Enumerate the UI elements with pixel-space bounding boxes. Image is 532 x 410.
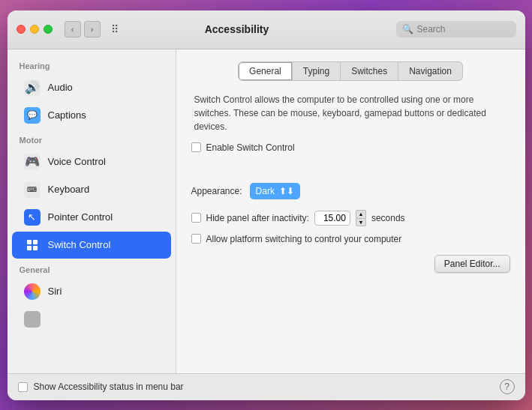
audio-icon: 🔊 <box>24 79 41 96</box>
back-button[interactable]: ‹ <box>65 21 81 37</box>
platform-row: Allow platform switching to control your… <box>191 234 510 244</box>
sidebar-item-keyboard[interactable]: ⌨ Keyboard <box>12 176 171 203</box>
titlebar: ‹ › ⠿ Accessibility 🔍 <box>8 10 525 49</box>
platform-label: Allow platform switching to control your… <box>206 234 402 244</box>
main-panel: General Typing Switches Navigation Switc… <box>176 49 525 373</box>
tab-switches[interactable]: Switches <box>341 61 398 81</box>
stepper-up[interactable]: ▲ <box>356 210 366 218</box>
appearance-label: Appearance: <box>191 186 242 196</box>
sidebar-item-unknown[interactable] <box>12 306 171 333</box>
svg-rect-3 <box>33 246 38 250</box>
show-accessibility-label: Show Accessibility status in menu bar <box>34 382 494 392</box>
sidebar-item-label-keyboard: Keyboard <box>48 184 90 195</box>
svg-rect-2 <box>27 246 32 250</box>
sidebar-item-label-voice: Voice Control <box>48 156 106 167</box>
tab-navigation[interactable]: Navigation <box>398 61 463 81</box>
sidebar-item-label-switch: Switch Control <box>48 239 111 250</box>
sidebar-section-hearing: Hearing <box>8 55 176 73</box>
tab-typing[interactable]: Typing <box>293 61 341 81</box>
sidebar-item-switch-control[interactable]: Switch Control <box>12 232 171 259</box>
captions-icon: 💬 <box>24 107 41 124</box>
search-input[interactable] <box>417 24 507 34</box>
platform-checkbox[interactable] <box>191 234 201 244</box>
svg-rect-0 <box>27 240 32 244</box>
appearance-arrows-icon: ⬆⬇ <box>279 186 294 196</box>
seconds-label: seconds <box>371 213 405 223</box>
appearance-dropdown[interactable]: Dark ⬆⬇ <box>250 183 300 199</box>
sidebar-item-label-siri: Siri <box>48 286 62 297</box>
sidebar-section-general: General <box>8 259 176 277</box>
show-accessibility-checkbox[interactable] <box>18 382 28 392</box>
svg-rect-1 <box>33 240 38 244</box>
sidebar-item-label-captions: Captions <box>48 109 86 121</box>
sidebar-item-pointer-control[interactable]: ↖ Pointer Control <box>12 204 171 231</box>
search-icon: 🔍 <box>402 24 413 34</box>
sidebar-item-captions[interactable]: 💬 Captions <box>12 102 171 129</box>
appearance-value: Dark <box>256 186 275 196</box>
help-button[interactable]: ? <box>500 379 515 394</box>
siri-icon <box>24 283 41 300</box>
traffic-lights <box>17 25 53 34</box>
sidebar-item-audio[interactable]: 🔊 Audio <box>12 74 171 101</box>
fullscreen-button[interactable] <box>44 25 53 34</box>
appearance-row: Appearance: Dark ⬆⬇ <box>191 183 510 199</box>
keyboard-icon: ⌨ <box>24 181 41 198</box>
inactivity-input[interactable] <box>314 211 350 226</box>
inactivity-stepper: ▲ ▼ <box>356 210 366 226</box>
unknown-icon <box>24 311 41 328</box>
sidebar-section-motor: Motor <box>8 130 176 148</box>
sidebar-item-label-pointer: Pointer Control <box>48 211 113 223</box>
hide-panel-checkbox[interactable] <box>191 213 201 223</box>
stepper-down[interactable]: ▼ <box>356 218 366 226</box>
hide-panel-label: Hide panel after inactivity: <box>206 213 309 223</box>
pointer-control-icon: ↖ <box>24 209 41 226</box>
hide-panel-row: Hide panel after inactivity: ▲ ▼ seconds <box>191 210 510 226</box>
search-box[interactable]: 🔍 <box>396 21 516 37</box>
window: ‹ › ⠿ Accessibility 🔍 Hearing 🔊 Audio 💬 … <box>8 10 525 400</box>
enable-switch-checkbox[interactable] <box>191 142 201 152</box>
panel-editor-button[interactable]: Panel Editor... <box>434 255 510 273</box>
tab-general[interactable]: General <box>238 61 293 81</box>
sidebar-item-label-audio: Audio <box>48 82 73 93</box>
bottom-bar: Show Accessibility status in menu bar ? <box>8 373 525 400</box>
sidebar: Hearing 🔊 Audio 💬 Captions Motor 🎮 Voice… <box>8 49 176 373</box>
sidebar-item-siri[interactable]: Siri <box>12 278 171 305</box>
voice-control-icon: 🎮 <box>24 154 41 170</box>
close-button[interactable] <box>17 25 26 34</box>
enable-switch-control-row: Enable Switch Control <box>191 142 510 153</box>
minimize-button[interactable] <box>30 25 39 34</box>
tab-bar: General Typing Switches Navigation <box>191 61 510 81</box>
window-title: Accessibility <box>84 23 390 35</box>
switch-control-icon <box>24 237 41 253</box>
sidebar-item-voice-control[interactable]: 🎮 Voice Control <box>12 148 171 175</box>
description-text: Switch Control allows the computer to be… <box>191 93 510 133</box>
enable-switch-label: Enable Switch Control <box>206 142 295 153</box>
content-area: Hearing 🔊 Audio 💬 Captions Motor 🎮 Voice… <box>8 49 525 373</box>
